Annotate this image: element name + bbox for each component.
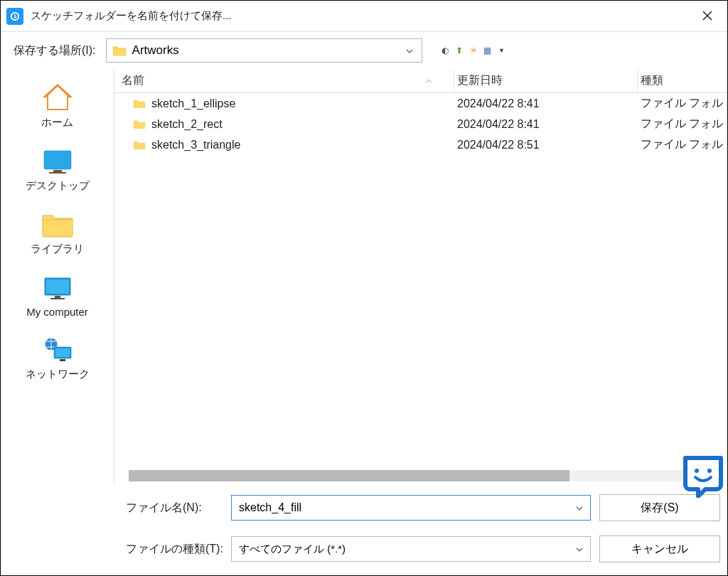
filename-field[interactable] bbox=[239, 501, 576, 514]
up-icon[interactable]: ⬆ bbox=[454, 45, 465, 56]
svg-rect-2 bbox=[53, 170, 62, 172]
svg-rect-3 bbox=[49, 172, 66, 174]
filetype-dropdown[interactable]: すべてのファイル (*.*) bbox=[231, 536, 591, 562]
file-name: sketch_1_ellipse bbox=[151, 97, 235, 110]
chevron-down-icon[interactable] bbox=[576, 544, 583, 554]
column-header-type[interactable]: 種類 bbox=[638, 69, 727, 92]
view-menu-icon[interactable]: ▦ bbox=[482, 45, 493, 56]
column-header-name[interactable]: 名前 bbox=[114, 69, 454, 92]
sort-indicator-icon bbox=[425, 77, 432, 85]
computer-icon bbox=[42, 273, 73, 303]
filename-input[interactable] bbox=[231, 495, 591, 521]
sidebar-item-network[interactable]: ネットワーク bbox=[1, 329, 114, 393]
home-icon bbox=[42, 83, 73, 113]
folder-icon bbox=[133, 140, 146, 150]
sidebar-item-desktop[interactable]: デスクトップ bbox=[1, 141, 114, 204]
sidebar-label: ライブラリ bbox=[31, 242, 84, 256]
scrollbar-thumb[interactable] bbox=[129, 470, 569, 481]
cancel-button[interactable]: キャンセル bbox=[599, 535, 720, 562]
filename-label: ファイル名(N): bbox=[126, 501, 231, 516]
file-row[interactable]: sketch_2_rect 2024/04/22 8:41 ファイル フォル bbox=[114, 114, 727, 134]
view-dropdown-icon[interactable]: ▼ bbox=[496, 45, 508, 56]
file-date: 2024/04/22 8:51 bbox=[454, 139, 638, 151]
filetype-label: ファイルの種類(T): bbox=[126, 542, 231, 557]
save-dialog: スケッチフォルダーを名前を付けて保存... 保存する場所(I): Artwork… bbox=[0, 0, 728, 576]
folder-icon bbox=[112, 45, 127, 56]
location-toolbar: ◐ ⬆ ✳ ▦ ▼ bbox=[439, 45, 508, 56]
file-type: ファイル フォル bbox=[638, 137, 727, 152]
library-icon bbox=[41, 210, 74, 240]
sidebar-item-home[interactable]: ホーム bbox=[1, 78, 114, 141]
file-name: sketch_3_triangle bbox=[151, 139, 240, 151]
svg-rect-10 bbox=[55, 348, 70, 357]
file-type: ファイル フォル bbox=[638, 96, 727, 111]
svg-rect-11 bbox=[60, 359, 65, 361]
file-row[interactable]: sketch_3_triangle 2024/04/22 8:51 ファイル フ… bbox=[114, 134, 727, 155]
svg-rect-1 bbox=[44, 151, 71, 169]
folder-icon bbox=[133, 99, 146, 109]
svg-rect-7 bbox=[50, 298, 65, 299]
column-headers: 名前 更新日時 種類 bbox=[114, 69, 727, 93]
svg-point-12 bbox=[695, 469, 699, 473]
sidebar-label: ネットワーク bbox=[26, 368, 90, 381]
horizontal-scrollbar[interactable] bbox=[129, 470, 722, 481]
network-icon bbox=[41, 335, 74, 365]
support-badge-icon[interactable] bbox=[681, 454, 725, 498]
bottom-form: ファイル名(N): 保存(S) ファイルの種類(T): すべてのファイル (*.… bbox=[1, 484, 727, 575]
file-name: sketch_2_rect bbox=[151, 118, 223, 131]
new-folder-icon[interactable]: ✳ bbox=[468, 45, 479, 56]
file-date: 2024/04/22 8:41 bbox=[454, 118, 638, 131]
location-row: 保存する場所(I): Artworks ◐ ⬆ ✳ ▦ ▼ bbox=[1, 32, 727, 69]
filetype-value: すべてのファイル (*.*) bbox=[239, 543, 576, 556]
file-list[interactable]: sketch_1_ellipse 2024/04/22 8:41 ファイル フォ… bbox=[114, 93, 727, 470]
column-header-date[interactable]: 更新日時 bbox=[454, 69, 638, 92]
file-pane: 名前 更新日時 種類 sketch_1_ellipse 2024/04/22 8… bbox=[114, 69, 727, 484]
close-button[interactable] bbox=[693, 8, 722, 24]
sidebar-label: デスクトップ bbox=[26, 179, 90, 193]
desktop-icon bbox=[42, 146, 73, 176]
sidebar-label: My computer bbox=[26, 306, 88, 318]
save-button[interactable]: 保存(S) bbox=[599, 494, 720, 521]
location-folder-name: Artworks bbox=[132, 43, 403, 58]
file-row[interactable]: sketch_1_ellipse 2024/04/22 8:41 ファイル フォ… bbox=[114, 93, 727, 114]
file-type: ファイル フォル bbox=[638, 117, 727, 132]
folder-icon bbox=[133, 119, 146, 129]
main-area: ホーム デスクトップ ライブラリ My computer bbox=[1, 69, 727, 484]
file-date: 2024/04/22 8:41 bbox=[454, 97, 638, 110]
app-icon bbox=[6, 8, 23, 25]
places-sidebar: ホーム デスクトップ ライブラリ My computer bbox=[1, 69, 114, 484]
sidebar-label: ホーム bbox=[41, 116, 73, 129]
svg-rect-6 bbox=[55, 296, 60, 298]
back-icon[interactable]: ◐ bbox=[439, 45, 451, 56]
chevron-down-icon[interactable] bbox=[576, 503, 583, 513]
svg-rect-5 bbox=[46, 279, 69, 294]
chevron-down-icon bbox=[403, 46, 416, 55]
title-bar: スケッチフォルダーを名前を付けて保存... bbox=[1, 1, 727, 32]
location-dropdown[interactable]: Artworks bbox=[106, 38, 422, 63]
window-title: スケッチフォルダーを名前を付けて保存... bbox=[31, 9, 693, 23]
sidebar-item-library[interactable]: ライブラリ bbox=[1, 204, 114, 267]
svg-point-13 bbox=[707, 469, 712, 473]
location-label: 保存する場所(I): bbox=[14, 43, 96, 58]
sidebar-item-computer[interactable]: My computer bbox=[1, 267, 114, 329]
